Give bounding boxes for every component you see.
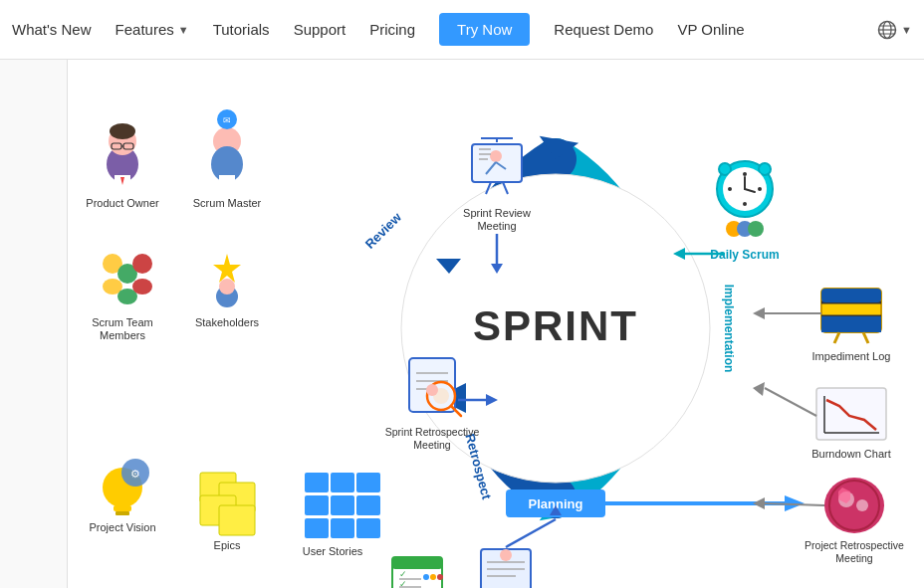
svg-rect-112 — [114, 505, 131, 511]
svg-text:Impediment Log: Impediment Log — [812, 350, 891, 362]
stakeholders-icon: Stakeholders — [195, 254, 260, 328]
nav-whats-new[interactable]: What's New — [12, 21, 92, 38]
svg-text:Stakeholders: Stakeholders — [195, 316, 260, 328]
svg-rect-85 — [816, 388, 886, 440]
svg-rect-130 — [356, 518, 380, 538]
svg-text:✓: ✓ — [399, 579, 407, 588]
svg-text:Review: Review — [362, 209, 405, 252]
nav-request-demo[interactable]: Request Demo — [554, 21, 653, 38]
burndown-chart-icon: Burndown Chart — [811, 388, 891, 460]
svg-point-22 — [132, 254, 152, 274]
svg-rect-120 — [219, 505, 255, 535]
svg-rect-124 — [356, 473, 380, 492]
scrum-team-icon: Scrum Team Members — [92, 254, 153, 341]
svg-text:Burndown Chart: Burndown Chart — [811, 448, 891, 460]
nav-vp-online[interactable]: VP Online — [677, 21, 744, 38]
svg-text:Project Retrospective: Project Retrospective — [805, 539, 904, 551]
svg-point-71 — [748, 221, 764, 237]
svg-text:Meeting: Meeting — [835, 552, 873, 564]
main-content: Product Owner ✉ Scrum Master — [0, 60, 924, 588]
chevron-down-icon: ▼ — [178, 24, 189, 36]
globe-icon[interactable]: ▼ — [877, 20, 912, 40]
svg-text:Scrum Master: Scrum Master — [193, 197, 262, 209]
svg-point-148 — [430, 574, 436, 580]
impediment-log-icon: Impediment Log — [812, 289, 891, 362]
svg-rect-125 — [305, 495, 329, 515]
svg-point-147 — [423, 574, 429, 580]
svg-point-93 — [856, 499, 868, 511]
daily-scrum-icon: Daily Scrum — [710, 161, 779, 262]
svg-point-63 — [743, 172, 747, 176]
svg-text:Meeting: Meeting — [413, 439, 451, 451]
chevron-down-icon-lang: ▼ — [901, 24, 912, 36]
svg-point-61 — [759, 163, 771, 175]
scrum-master-icon: ✉ Scrum Master — [193, 109, 262, 209]
epics-icon: Epics — [200, 473, 255, 551]
svg-rect-128 — [305, 518, 329, 538]
nav-features[interactable]: Features ▼ — [116, 21, 189, 38]
sidebar — [0, 60, 68, 588]
svg-point-66 — [728, 187, 732, 191]
sprint-backlog-icon: ✓ ✓ — [392, 557, 443, 588]
svg-rect-126 — [331, 495, 354, 515]
svg-point-7 — [110, 123, 135, 139]
svg-line-89 — [765, 388, 816, 416]
svg-text:Members: Members — [100, 329, 145, 341]
user-stories-icon: User Stories — [303, 473, 380, 557]
svg-point-64 — [758, 187, 762, 191]
svg-line-139 — [506, 519, 556, 547]
svg-marker-98 — [753, 497, 765, 509]
svg-rect-129 — [331, 518, 354, 538]
svg-rect-122 — [305, 473, 329, 492]
svg-text:✉: ✉ — [223, 115, 231, 125]
svg-rect-123 — [331, 473, 354, 492]
product-owner-icon: Product Owner — [86, 123, 159, 209]
svg-text:Sprint Retrospective: Sprint Retrospective — [385, 426, 480, 438]
svg-text:⚙: ⚙ — [130, 468, 140, 480]
svg-marker-84 — [753, 307, 765, 319]
nav-support[interactable]: Support — [294, 21, 346, 38]
svg-point-106 — [426, 384, 438, 396]
svg-point-49 — [490, 150, 502, 162]
svg-line-81 — [863, 332, 868, 343]
svg-text:✓: ✓ — [399, 569, 407, 579]
svg-point-60 — [719, 163, 731, 175]
nav-tutorials[interactable]: Tutorials — [213, 21, 270, 38]
svg-text:User Stories: User Stories — [303, 545, 363, 557]
try-now-button[interactable]: Try Now — [439, 13, 530, 46]
svg-rect-127 — [356, 495, 380, 515]
project-vision-icon: ⚙ Project Vision — [89, 459, 155, 533]
svg-text:Meeting: Meeting — [477, 220, 516, 232]
svg-text:Epics: Epics — [214, 539, 241, 551]
nav-features-label: Features — [116, 21, 174, 38]
sprint-center-label: SPRINT — [473, 302, 638, 349]
svg-text:Project Vision: Project Vision — [89, 521, 155, 533]
project-retro-meeting-icon: Project Retrospective Meeting — [805, 478, 904, 564]
svg-rect-78 — [821, 289, 881, 302]
svg-rect-79 — [821, 316, 881, 332]
svg-marker-90 — [753, 382, 765, 396]
svg-rect-113 — [116, 511, 129, 515]
navbar: What's New Features ▼ Tutorials Support … — [0, 0, 924, 60]
svg-point-91 — [824, 478, 884, 533]
scrum-diagram-svg: Product Owner ✉ Scrum Master — [68, 60, 924, 588]
svg-marker-28 — [213, 254, 241, 283]
svg-rect-142 — [392, 557, 442, 569]
svg-point-65 — [743, 202, 747, 206]
nav-pricing[interactable]: Pricing — [369, 21, 415, 38]
svg-point-30 — [219, 279, 235, 294]
svg-rect-18 — [219, 175, 235, 185]
diagram-area: Product Owner ✉ Scrum Master — [68, 60, 924, 588]
svg-point-136 — [500, 549, 512, 561]
svg-text:Implementation: Implementation — [722, 285, 736, 373]
svg-point-25 — [132, 279, 152, 294]
sprint-planning-meeting-icon: Sprint Planning Meeting — [469, 549, 544, 588]
svg-text:Scrum Team: Scrum Team — [92, 316, 153, 328]
svg-text:Sprint Review: Sprint Review — [463, 207, 531, 219]
svg-point-149 — [437, 574, 443, 580]
svg-text:Product Owner: Product Owner — [86, 197, 159, 209]
svg-line-80 — [834, 332, 839, 343]
